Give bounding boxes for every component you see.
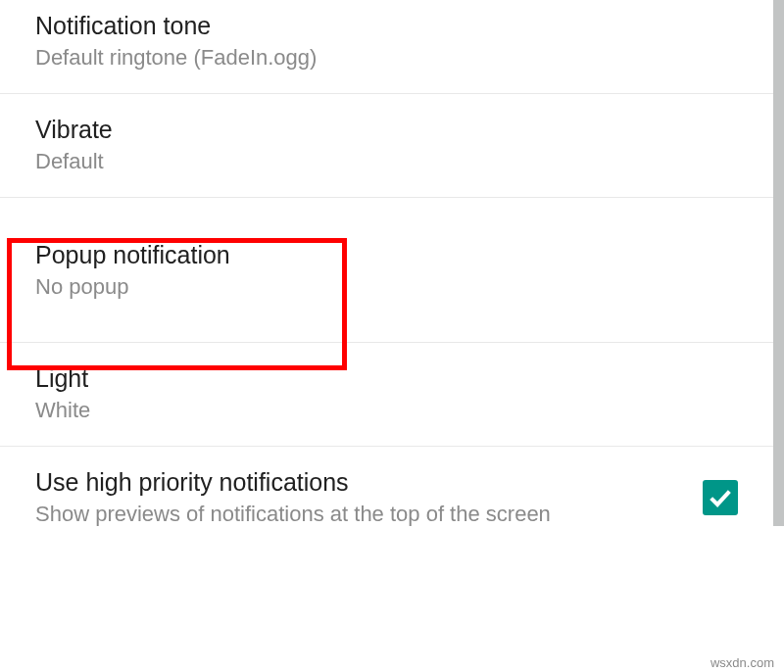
setting-subtitle: Show previews of notifications at the to… <box>35 501 687 529</box>
scrollbar[interactable] <box>773 0 784 526</box>
setting-light[interactable]: Light White <box>0 343 773 447</box>
checkbox-checked[interactable] <box>703 480 738 515</box>
watermark: wsxdn.com <box>710 655 774 670</box>
setting-subtitle: No popup <box>35 273 738 302</box>
settings-list: Notification tone Default ringtone (Fade… <box>0 0 773 555</box>
setting-title: Popup notification <box>35 239 738 271</box>
setting-subtitle: Default <box>35 148 738 176</box>
setting-notification-tone[interactable]: Notification tone Default ringtone (Fade… <box>0 0 773 94</box>
setting-title: Vibrate <box>35 114 738 146</box>
setting-title: Light <box>35 362 738 395</box>
setting-subtitle: Default ringtone (FadeIn.ogg) <box>35 44 738 72</box>
setting-popup-notification[interactable]: Popup notification No popup <box>0 198 773 343</box>
setting-title: Use high priority notifications <box>35 466 687 499</box>
setting-vibrate[interactable]: Vibrate Default <box>0 94 773 198</box>
setting-high-priority[interactable]: Use high priority notifications Show pre… <box>0 447 773 555</box>
setting-subtitle: White <box>35 397 738 425</box>
checkmark-icon <box>707 484 734 511</box>
setting-title: Notification tone <box>35 10 738 42</box>
